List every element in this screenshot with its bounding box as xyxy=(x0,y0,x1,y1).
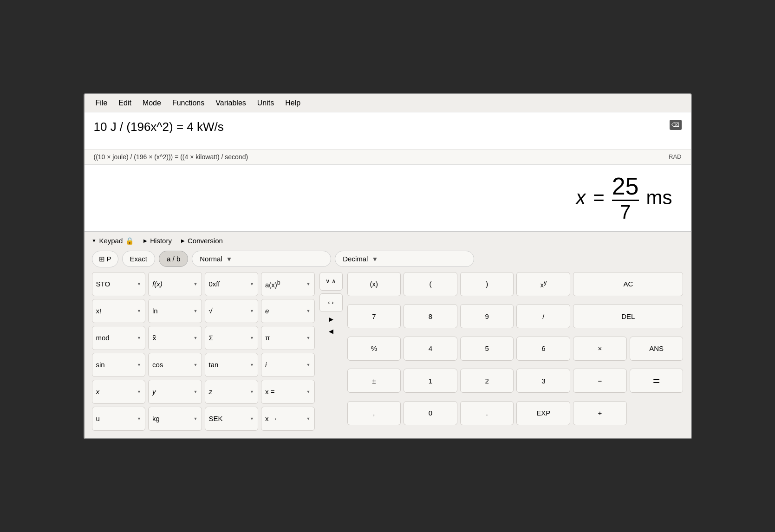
decimal-arrow: ▼ xyxy=(371,255,378,263)
key-1[interactable]: 1 xyxy=(404,369,457,393)
key-parens-x[interactable]: (x) xyxy=(347,272,401,296)
exact-button[interactable]: Exact xyxy=(122,251,156,267)
conversion-label: Conversion xyxy=(188,237,223,245)
key-equals[interactable]: = xyxy=(630,369,684,393)
key-9[interactable]: 9 xyxy=(460,304,514,328)
nav-expand[interactable]: ▶ xyxy=(319,315,343,324)
key-dot[interactable]: . xyxy=(460,401,514,425)
key-sigma[interactable]: Σ ▼ xyxy=(205,326,259,350)
menu-mode[interactable]: Mode xyxy=(137,98,167,108)
triangle-right-icon2: ▶ xyxy=(181,238,185,243)
u-label: u xyxy=(96,415,100,422)
menu-units[interactable]: Units xyxy=(252,98,280,108)
key-pi[interactable]: π ▼ xyxy=(261,326,315,350)
input-area: 10 J / (196x^2) = 4 kW/s ⌫ xyxy=(85,112,691,149)
keypad-toggle[interactable]: ▼ Keypad 🔒 xyxy=(92,237,135,245)
key-xbar[interactable]: x̄ ▼ xyxy=(148,326,202,350)
nav-lr[interactable]: ‹ › xyxy=(319,293,343,312)
sek-arrow: ▼ xyxy=(250,416,254,421)
key-z[interactable]: z ▼ xyxy=(205,380,259,404)
key-exp[interactable]: EXP xyxy=(516,401,570,425)
key-xeq[interactable]: x = ▼ xyxy=(261,380,315,404)
key-6[interactable]: 6 xyxy=(516,337,570,361)
triangle-down-icon: ▼ xyxy=(92,238,97,243)
xeq-arrow: ▼ xyxy=(306,389,311,394)
key-mod[interactable]: mod ▼ xyxy=(92,326,146,350)
key-sto[interactable]: STO ▼ xyxy=(92,272,146,296)
key-sqrt[interactable]: √ ▼ xyxy=(205,299,259,323)
2-label: 2 xyxy=(485,377,488,385)
key-0[interactable]: 0 xyxy=(404,401,457,425)
key-sin[interactable]: sin ▼ xyxy=(92,353,146,377)
clear-button[interactable]: ⌫ xyxy=(670,120,682,130)
key-comma[interactable]: , xyxy=(347,401,401,425)
key-sek[interactable]: SEK ▼ xyxy=(205,407,259,431)
key-ln[interactable]: ln ▼ xyxy=(148,299,202,323)
key-minus[interactable]: − xyxy=(573,369,627,393)
axb-label: a(x)b xyxy=(265,279,280,289)
key-4[interactable]: 4 xyxy=(404,337,457,361)
menu-variables[interactable]: Variables xyxy=(210,98,252,108)
conversion-toggle[interactable]: ▶ Conversion xyxy=(181,237,223,245)
key-u[interactable]: u ▼ xyxy=(92,407,146,431)
tan-label: tan xyxy=(209,361,219,369)
grid-p-button[interactable]: ⊞ P xyxy=(92,251,118,267)
mod-label: mod xyxy=(96,334,110,342)
key-8[interactable]: 8 xyxy=(404,304,457,328)
key-5[interactable]: 5 xyxy=(460,337,514,361)
menu-edit[interactable]: Edit xyxy=(113,98,137,108)
key-x[interactable]: x ▼ xyxy=(92,380,146,404)
key-div[interactable]: / xyxy=(516,304,570,328)
key-kg[interactable]: kg ▼ xyxy=(148,407,202,431)
key-y[interactable]: y ▼ xyxy=(148,380,202,404)
key-mul[interactable]: × xyxy=(573,337,627,361)
decimal-dropdown[interactable]: Decimal ▼ xyxy=(335,251,474,267)
key-xfact[interactable]: x! ▼ xyxy=(92,299,146,323)
normal-dropdown[interactable]: Normal ▼ xyxy=(192,251,331,267)
key-2[interactable]: 2 xyxy=(460,369,514,393)
7-label: 7 xyxy=(372,312,376,320)
key-xy[interactable]: xy xyxy=(516,272,570,296)
div-label: / xyxy=(542,312,544,320)
kg-arrow: ▼ xyxy=(194,416,198,421)
key-ans[interactable]: ANS xyxy=(630,337,684,361)
menu-bar: File Edit Mode Functions Variables Units… xyxy=(85,94,691,112)
key-i[interactable]: i ▼ xyxy=(261,353,315,377)
key-e[interactable]: e ▼ xyxy=(261,299,315,323)
keypad-label: Keypad xyxy=(99,237,123,245)
key-plusminus[interactable]: ± xyxy=(347,369,401,393)
xbar-arrow: ▼ xyxy=(194,336,198,340)
menu-file[interactable]: File xyxy=(90,98,113,108)
input-expression[interactable]: 10 J / (196x^2) = 4 kW/s xyxy=(94,120,665,134)
0xff-label: 0xff xyxy=(209,280,220,288)
key-7[interactable]: 7 xyxy=(347,304,401,328)
key-tan[interactable]: tan ▼ xyxy=(205,353,259,377)
key-0xff[interactable]: 0xff ▼ xyxy=(205,272,259,296)
key-cos[interactable]: cos ▼ xyxy=(148,353,202,377)
key-del[interactable]: DEL xyxy=(573,304,683,328)
equals-label: = xyxy=(653,374,660,388)
key-fx[interactable]: f(x) ▼ xyxy=(148,272,202,296)
key-close-paren[interactable]: ) xyxy=(460,272,514,296)
history-toggle[interactable]: ▶ History xyxy=(143,237,172,245)
key-open-paren[interactable]: ( xyxy=(404,272,457,296)
key-plus[interactable]: + xyxy=(573,401,627,425)
nav-collapse[interactable]: ◀ xyxy=(319,327,343,336)
key-pct[interactable]: % xyxy=(347,337,401,361)
key-3[interactable]: 3 xyxy=(516,369,570,393)
nav-up[interactable]: ∨ ∧ xyxy=(319,272,343,291)
grid-p-label: P xyxy=(107,255,111,263)
fraction-numerator: 25 xyxy=(612,174,639,198)
sigma-label: Σ xyxy=(209,334,213,342)
sigma-arrow: ▼ xyxy=(250,336,254,340)
menu-help[interactable]: Help xyxy=(280,98,306,108)
sto-arrow: ▼ xyxy=(137,282,141,286)
key-xarrow[interactable]: x → ▼ xyxy=(261,407,315,431)
rad-badge: RAD xyxy=(669,153,681,160)
result-unit: ms xyxy=(646,187,672,209)
key-axb[interactable]: a(x)b ▼ xyxy=(261,272,315,296)
ab-button[interactable]: a / b xyxy=(159,251,188,267)
menu-functions[interactable]: Functions xyxy=(167,98,210,108)
keypad-header: ▼ Keypad 🔒 ▶ History ▶ Conversion xyxy=(92,237,684,245)
key-ac[interactable]: AC xyxy=(573,272,683,296)
